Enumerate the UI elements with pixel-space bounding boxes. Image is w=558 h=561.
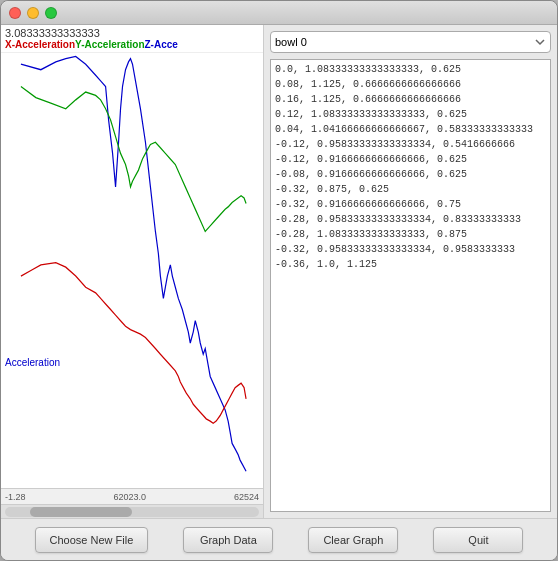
list-item: -0.32, 0.875, 0.625 [275, 182, 546, 197]
graph-legend: X-Acceleration Y-Acceleration Z-Acce [5, 39, 259, 50]
graph-footer: -1.28 62023.0 62524 [1, 488, 263, 504]
acceleration-label: Acceleration [5, 357, 60, 368]
dropdown-wrapper: bowl 0 bowl 1 bowl 2 [270, 31, 551, 53]
content-area: 3.08333333333333 X-Acceleration Y-Accele… [1, 25, 557, 518]
dropdown-row: bowl 0 bowl 1 bowl 2 [270, 31, 551, 53]
right-panel: bowl 0 bowl 1 bowl 2 0.0, 1.083333333333… [264, 25, 557, 518]
x-axis-left: 62023.0 [113, 492, 146, 502]
graph-panel: 3.08333333333333 X-Acceleration Y-Accele… [1, 25, 264, 518]
list-item: -0.28, 0.95833333333333334, 0.8333333333… [275, 212, 546, 227]
list-item: -0.32, 0.95833333333333334, 0.9583333333 [275, 242, 546, 257]
scrollbar-track [5, 507, 259, 517]
scrollbar-thumb[interactable] [30, 507, 132, 517]
maximize-button[interactable] [45, 7, 57, 19]
bowl-select[interactable]: bowl 0 bowl 1 bowl 2 [270, 31, 551, 53]
graph-scrollbar-horizontal[interactable] [1, 504, 263, 518]
list-item: -0.08, 0.9166666666666666, 0.625 [275, 167, 546, 182]
data-text-area[interactable]: 0.0, 1.08333333333333333, 0.6250.08, 1.1… [270, 59, 551, 512]
legend-x-label: X-Acceleration [5, 39, 75, 50]
list-item: -0.12, 0.9166666666666666, 0.625 [275, 152, 546, 167]
list-item: -0.36, 1.0, 1.125 [275, 257, 546, 272]
choose-file-button[interactable]: Choose New File [35, 527, 149, 553]
list-item: 0.08, 1.125, 0.6666666666666666 [275, 77, 546, 92]
list-item: -0.32, 0.9166666666666666, 0.75 [275, 197, 546, 212]
list-item: 0.04, 1.04166666666666667, 0.58333333333… [275, 122, 546, 137]
list-item: -0.28, 1.0833333333333333, 0.875 [275, 227, 546, 242]
close-button[interactable] [9, 7, 21, 19]
legend-y-label: Y-Acceleration [75, 39, 144, 50]
x-axis-right: 62524 [234, 492, 259, 502]
clear-graph-button[interactable]: Clear Graph [308, 527, 398, 553]
toolbar: Choose New File Graph Data Clear Graph Q… [1, 518, 557, 560]
graph-svg [1, 53, 263, 488]
minimize-button[interactable] [27, 7, 39, 19]
legend-z-label: Z-Acce [145, 39, 178, 50]
list-item: -0.12, 0.95833333333333334, 0.5416666666 [275, 137, 546, 152]
titlebar [1, 1, 557, 25]
quit-button[interactable]: Quit [433, 527, 523, 553]
list-item: 0.16, 1.125, 0.6666666666666666 [275, 92, 546, 107]
y-axis-min: -1.28 [5, 492, 26, 502]
main-window: 3.08333333333333 X-Acceleration Y-Accele… [0, 0, 558, 561]
list-item: 0.12, 1.08333333333333333, 0.625 [275, 107, 546, 122]
graph-value-label: 3.08333333333333 [5, 27, 259, 39]
list-item: 0.0, 1.08333333333333333, 0.625 [275, 62, 546, 77]
graph-canvas: Acceleration [1, 53, 263, 488]
graph-header: 3.08333333333333 X-Acceleration Y-Accele… [1, 25, 263, 53]
graph-data-button[interactable]: Graph Data [183, 527, 273, 553]
